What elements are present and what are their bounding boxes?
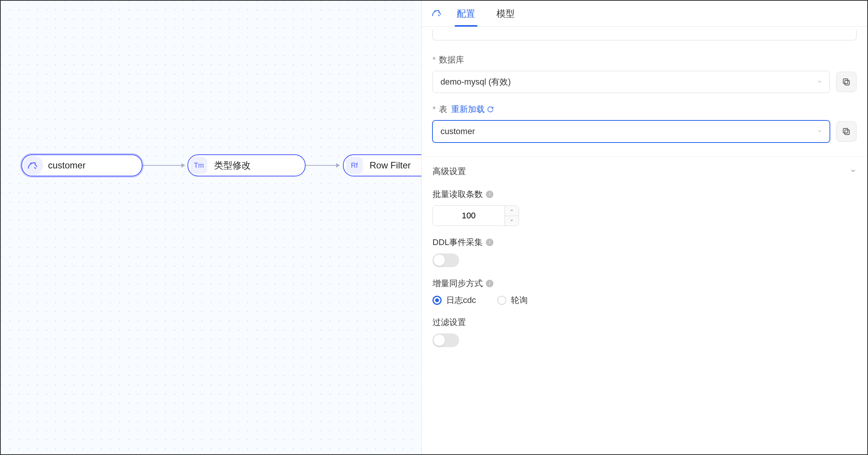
copy-database-button[interactable] [836,72,857,92]
svg-point-1 [435,11,435,11]
label-filter: 过滤设置 [432,317,857,328]
pipeline-canvas[interactable]: customer Tm 类型修改 Rf Row Filter [1,1,421,454]
label-ddl-capture: DDL事件采集 i [432,237,857,248]
top-select[interactable] [432,30,857,40]
label-sync-method: 增量同步方式 i [432,278,857,289]
filter-toggle[interactable] [432,333,459,347]
reload-link[interactable]: 重新加载 [451,104,494,115]
database-value: demo-mysql (有效) [440,76,511,88]
reload-icon [487,106,494,113]
database-select[interactable]: demo-mysql (有效) [432,71,830,93]
label-table: * 表 重新加载 [432,104,857,115]
edge-2-3 [306,165,339,166]
node-label: customer [48,160,86,171]
svg-rect-3 [843,79,848,83]
batch-read-field[interactable] [433,206,504,226]
svg-rect-4 [845,130,849,135]
rf-badge-icon: Rf [346,157,363,174]
advanced-title: 高级设置 [432,166,466,177]
svg-rect-2 [845,80,849,85]
node-label: Row Filter [370,160,411,171]
svg-rect-5 [843,128,848,133]
info-icon[interactable]: i [486,191,493,198]
radio-unchecked-icon [497,296,506,305]
tab-config[interactable]: 配置 [452,1,480,27]
stepper-up[interactable] [505,206,519,216]
mysql-icon [23,155,43,175]
radio-polling[interactable]: 轮询 [497,295,528,306]
node-type-modify[interactable]: Tm 类型修改 [187,154,306,176]
info-icon[interactable]: i [486,280,493,287]
node-label: 类型修改 [214,159,251,171]
svg-point-0 [31,163,31,163]
node-row-filter[interactable]: Rf Row Filter [343,154,421,176]
radio-checked-icon [432,296,442,305]
tm-badge-icon: Tm [191,157,207,174]
label-batch-read: 批量读取条数 i [432,189,857,200]
advanced-section-header[interactable]: 高级设置 [422,156,867,177]
mysql-icon [431,7,443,21]
side-panel: 配置 模型 * 数据库 demo-mysql (有效) [421,1,867,454]
panel-tabs: 配置 模型 [422,1,867,27]
radio-log-cdc[interactable]: 日志cdc [432,295,476,306]
tab-model[interactable]: 模型 [492,1,519,27]
copy-table-button[interactable] [836,121,857,142]
chevron-down-icon [817,127,823,136]
stepper-down[interactable] [505,216,519,226]
table-select[interactable]: customer [432,120,830,143]
edge-1-2 [142,165,184,166]
chevron-down-icon [850,167,857,176]
ddl-capture-toggle[interactable] [432,253,459,267]
info-icon[interactable]: i [486,239,493,246]
table-value: customer [440,127,475,136]
chevron-down-icon [817,77,823,87]
batch-read-input[interactable] [432,205,519,226]
node-customer[interactable]: customer [21,154,143,176]
label-database: * 数据库 [432,54,857,66]
